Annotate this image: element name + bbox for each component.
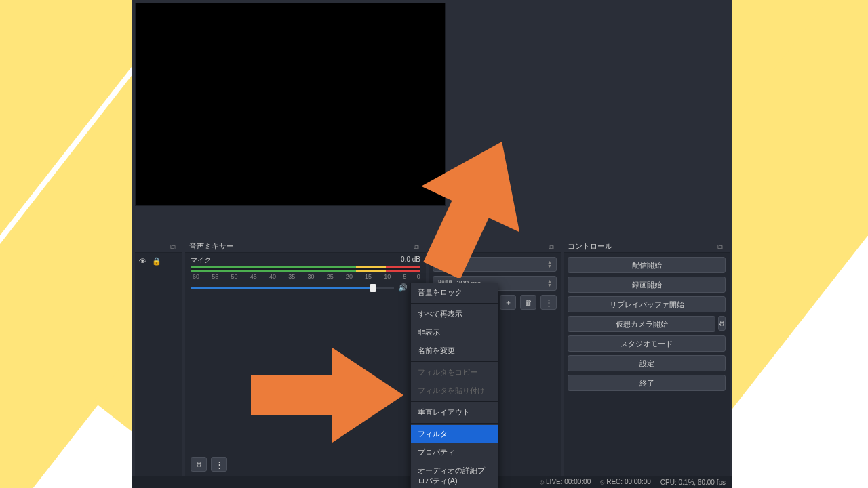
speaker-icon[interactable] xyxy=(398,283,408,292)
start-stream-button[interactable]: 配信開始 xyxy=(568,257,726,273)
ctx-copy-filters: フィルタをコピー xyxy=(411,363,498,382)
annotation-arrow-bottom xyxy=(251,338,407,453)
transition-more-button[interactable] xyxy=(540,295,557,310)
start-vcam-button[interactable]: 仮想カメラ開始 xyxy=(568,316,715,332)
svg-marker-0 xyxy=(414,122,536,278)
mixer-settings-button[interactable] xyxy=(191,457,207,472)
ctx-filters[interactable]: フィルタ xyxy=(411,425,498,443)
mixer-title: 音声ミキサー xyxy=(189,241,234,251)
start-replay-button[interactable]: リプレイバッファ開始 xyxy=(568,296,726,312)
lock-icon[interactable] xyxy=(152,257,161,266)
volume-slider[interactable] xyxy=(191,287,394,289)
ctx-vertical-layout[interactable]: 垂直レイアウト xyxy=(411,403,498,422)
transition-remove-button[interactable]: 🗑 xyxy=(520,295,536,310)
status-live: LIVE: 00:00:00 xyxy=(540,478,591,486)
gear-icon xyxy=(719,319,725,327)
visibility-icon[interactable] xyxy=(139,257,146,266)
dots-icon xyxy=(545,298,553,308)
studio-mode-button[interactable]: スタジオモード xyxy=(568,336,726,352)
ctx-paste-filters: フィルタを貼り付け xyxy=(411,382,498,400)
popout-icon[interactable] xyxy=(170,243,178,251)
sources-dock xyxy=(135,241,182,476)
exit-button[interactable]: 終了 xyxy=(568,375,726,391)
annotation-arrow-top xyxy=(414,122,536,278)
controls-title: コントロール xyxy=(568,241,612,251)
vcam-settings-button[interactable] xyxy=(718,316,726,331)
start-record-button[interactable]: 録画開始 xyxy=(568,277,726,293)
transition-add-button[interactable]: ＋ xyxy=(500,295,516,310)
mixer-source-name: マイク xyxy=(191,256,211,265)
ctx-unhide-all[interactable]: すべて再表示 xyxy=(411,305,498,323)
ctx-lock-volume[interactable]: 音量をロック xyxy=(411,283,498,302)
dots-icon xyxy=(215,460,224,470)
ctx-properties[interactable]: プロパティ xyxy=(411,443,498,462)
meter-ticks: -60-55-50-45-40-35-30-25-20-15-10-50 xyxy=(191,273,420,280)
status-cpu: CPU: 0.1%, 60.00 fps xyxy=(660,479,726,486)
record-off-icon xyxy=(600,478,606,485)
ctx-advanced-audio[interactable]: オーディオの詳細プロパティ(A) xyxy=(411,462,498,488)
status-rec: REC: 00:00:00 xyxy=(600,478,651,486)
popout-icon[interactable] xyxy=(549,243,557,251)
ctx-rename[interactable]: 名前を変更 xyxy=(411,342,498,360)
ctx-hide[interactable]: 非表示 xyxy=(411,323,498,342)
mixer-context-menu: 音量をロック すべて再表示 非表示 名前を変更 フィルタをコピー フィルタを貼り… xyxy=(410,283,498,488)
preview-canvas[interactable] xyxy=(135,3,446,206)
svg-marker-1 xyxy=(251,348,403,443)
popout-icon[interactable] xyxy=(717,243,726,251)
controls-dock: コントロール 配信開始 録画開始 リプレイバッファ開始 仮想カメラ開始 スタジオ… xyxy=(564,241,730,476)
settings-button[interactable]: 設定 xyxy=(568,355,726,371)
mixer-more-button[interactable] xyxy=(211,457,227,472)
broadcast-off-icon xyxy=(540,478,546,485)
audio-meter xyxy=(191,266,420,272)
gear-icon xyxy=(196,460,202,468)
